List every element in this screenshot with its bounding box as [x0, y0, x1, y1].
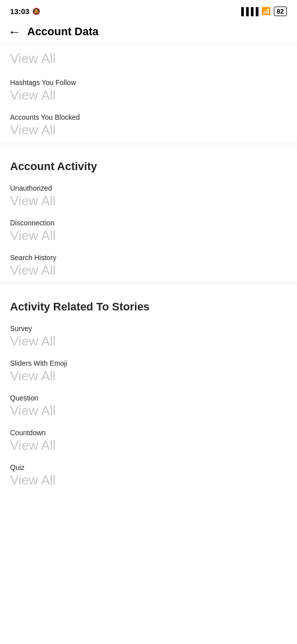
question-label: Question	[10, 394, 287, 402]
unauthorized-view-all[interactable]: View All	[10, 193, 287, 209]
disconnection-view-all[interactable]: View All	[10, 228, 287, 244]
signal-icon: ▐▐▐▐	[239, 7, 258, 16]
question-view-all[interactable]: View All	[10, 403, 287, 419]
sliders-emoji-section: Sliders With Emoji View All	[0, 352, 297, 387]
unauthorized-section: Unauthorized View All	[0, 177, 297, 212]
status-indicators: ▐▐▐▐ 📶 82	[239, 7, 287, 16]
survey-view-all[interactable]: View All	[10, 334, 287, 349]
content-area: View All Hashtags You Follow View All Ac…	[0, 44, 297, 503]
countdown-section: Countdown View All	[0, 422, 297, 456]
survey-section: Survey View All	[0, 317, 297, 352]
search-history-section: Search History View All	[0, 247, 297, 281]
sliders-emoji-view-all[interactable]: View All	[10, 368, 287, 384]
status-bar: 13:03 🔕 ▐▐▐▐ 📶 82	[0, 0, 297, 20]
top-view-all-link[interactable]: View All	[10, 51, 287, 66]
top-view-all-item: View All	[0, 44, 297, 71]
account-activity-header: Account Activity	[0, 150, 297, 177]
stories-activity-header: Activity Related To Stories	[0, 290, 297, 317]
wifi-icon: 📶	[261, 7, 271, 16]
question-section: Question View All	[0, 387, 297, 422]
blocked-label: Accounts You Blocked	[10, 113, 287, 121]
page-title: Account Data	[27, 25, 99, 38]
battery-display: 82	[274, 7, 287, 16]
separator-2	[0, 281, 297, 285]
time-display: 13:03	[10, 7, 29, 16]
quiz-section: Quiz View All	[0, 456, 297, 503]
separator-1	[0, 141, 297, 145]
survey-label: Survey	[10, 325, 287, 333]
blocked-view-all[interactable]: View All	[10, 122, 287, 138]
hashtags-label: Hashtags You Follow	[10, 78, 287, 87]
hashtags-section: Hashtags You Follow View All	[0, 71, 297, 106]
blocked-section: Accounts You Blocked View All	[0, 106, 297, 141]
disconnection-label: Disconnection	[10, 219, 287, 227]
hashtags-view-all[interactable]: View All	[10, 88, 287, 103]
countdown-view-all[interactable]: View All	[10, 438, 287, 453]
sliders-emoji-label: Sliders With Emoji	[10, 359, 287, 367]
countdown-label: Countdown	[10, 429, 287, 437]
alarm-icon: 🔕	[32, 8, 40, 15]
disconnection-section: Disconnection View All	[0, 212, 297, 247]
back-button[interactable]: ←	[8, 25, 21, 38]
status-time: 13:03 🔕	[10, 7, 40, 16]
search-history-label: Search History	[10, 254, 287, 262]
search-history-view-all[interactable]: View All	[10, 263, 287, 278]
quiz-view-all[interactable]: View All	[10, 472, 287, 488]
quiz-label: Quiz	[10, 463, 287, 471]
page-header: ← Account Data	[0, 20, 297, 44]
unauthorized-label: Unauthorized	[10, 184, 287, 192]
